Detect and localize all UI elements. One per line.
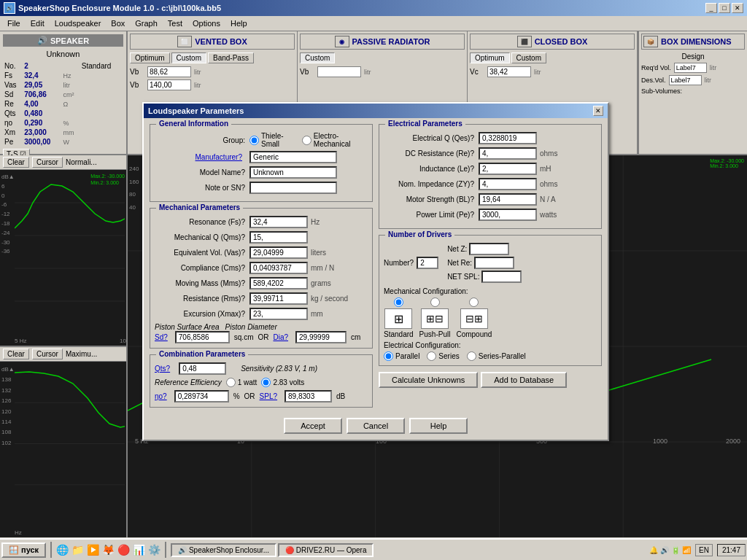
no-input[interactable] (174, 390, 229, 402)
standard-label: Standard (384, 330, 414, 338)
number-label: Number? (384, 259, 414, 267)
net-z-input[interactable] (469, 243, 509, 255)
mech-config-label: Mechanical Configuration: (384, 287, 597, 295)
model-row: Model Name? (155, 166, 368, 179)
cms-input[interactable] (249, 262, 308, 274)
dia-input[interactable] (295, 331, 347, 343)
standard-config[interactable]: ⊞ Standard (384, 298, 414, 338)
net-spl-input[interactable] (481, 271, 522, 283)
xmax-row: Excursion (Xmax)? mm (155, 308, 368, 320)
compound-config[interactable]: ⊟⊞ Compound (456, 298, 492, 338)
compound-radio[interactable] (469, 298, 479, 307)
series-label[interactable]: Series (427, 351, 459, 361)
fs-unit: Hz (311, 218, 320, 226)
no-link[interactable]: ηo? (155, 392, 167, 400)
qes-row: Electrical Q (Qes)? (384, 132, 597, 144)
combination-title: Combination Parameters (156, 350, 248, 358)
net-spl-row: NET SPL: (447, 271, 522, 283)
series-parallel-label[interactable]: Series-Parallel (467, 351, 526, 361)
dialog-title-text: Loudspeaker Parameters (148, 106, 244, 115)
thiele-label: Thiele-Small (261, 132, 296, 148)
pushpull-icon: ⊞⊟ (421, 308, 449, 329)
le-input[interactable] (479, 163, 537, 175)
electro-label: Electro-Mechanical (314, 132, 368, 148)
help-button[interactable]: Help (409, 418, 468, 434)
le-row: Inductance (Le)? mH (384, 163, 597, 175)
bl-row: Motor Strength (BL)? N / A (384, 193, 597, 206)
1w-radio[interactable] (226, 378, 236, 387)
pushpull-radio[interactable] (430, 298, 440, 307)
elec-config-label: Electrical Configuration: (384, 341, 597, 349)
vas-input[interactable] (249, 246, 308, 259)
model-input[interactable] (249, 166, 337, 179)
series-text: Series (438, 352, 459, 360)
parallel-label[interactable]: Parallel (384, 351, 419, 361)
electro-radio-label[interactable]: Electro-Mechanical (302, 132, 368, 148)
cancel-button[interactable]: Cancel (347, 418, 405, 434)
calculate-button[interactable]: Calculate Unknowns (379, 372, 478, 388)
fs-input[interactable] (249, 216, 308, 228)
note-row: Note or SN? (155, 182, 368, 194)
dialog-left-column: General Information Group: Thiele-Small (150, 124, 373, 413)
sd-input[interactable] (175, 331, 230, 343)
number-input[interactable] (417, 257, 438, 269)
thiele-radio[interactable] (249, 136, 259, 145)
parallel-radio[interactable] (384, 351, 393, 361)
electrical-title: Electrical Parameters (385, 120, 465, 128)
spl-input[interactable] (285, 390, 332, 402)
zy-input[interactable] (479, 178, 537, 190)
283v-radio[interactable] (261, 378, 271, 387)
standard-icon: ⊞ (384, 308, 412, 329)
accept-button[interactable]: Accept (284, 418, 342, 434)
vas-unit: liters (311, 249, 326, 257)
1w-radio-label[interactable]: 1 watt (226, 378, 258, 387)
qts-input[interactable] (179, 362, 226, 375)
mms-label: Moving Mass (Mms)? (155, 279, 249, 287)
dialog-close-button[interactable]: ✕ (593, 106, 603, 116)
spl-link[interactable]: SPL? (260, 392, 277, 400)
qms-input[interactable] (249, 231, 308, 244)
note-input[interactable] (249, 182, 337, 194)
piston-inputs-row: Sd? sq.cm OR Dia? cm (155, 331, 368, 343)
manufacturer-link[interactable]: Manufacturer? (196, 153, 242, 161)
manufacturer-input[interactable] (249, 151, 337, 163)
standard-radio[interactable] (394, 298, 403, 307)
mechanical-section: Mechanical Parameters Resonance (Fs)? Hz… (150, 208, 373, 349)
net-z-label: Net Z: (447, 245, 467, 253)
add-to-db-button[interactable]: Add to Database (481, 372, 567, 388)
electro-radio[interactable] (302, 136, 311, 145)
series-radio[interactable] (427, 351, 436, 361)
sd-link[interactable]: Sd? (155, 333, 168, 341)
qts-link[interactable]: Qts? (155, 365, 170, 373)
combination-content: Qts? Sensitivity (2.83 V, 1 m) Reference… (150, 355, 372, 407)
drivers-section: Number of Drivers Number? Net Z: (379, 235, 602, 366)
model-label: Model Name? (155, 168, 249, 176)
xmax-label: Excursion (Xmax)? (155, 310, 249, 318)
net-re-row: Net Re: (447, 257, 522, 269)
cms-label: Compliance (Cms)? (155, 264, 249, 272)
group-label: Group: (155, 136, 249, 144)
net-values: Net Z: Net Re: NET SPL: (447, 243, 522, 283)
mech-config-section: Mechanical Configuration: ⊞ Standard (384, 287, 597, 338)
rms-input[interactable] (249, 292, 308, 305)
dialog-body: General Information Group: Thiele-Small (144, 118, 608, 440)
re-input[interactable] (479, 147, 537, 160)
xmax-input[interactable] (249, 308, 308, 320)
dia-link[interactable]: Dia? (273, 333, 288, 341)
283v-radio-label[interactable]: 2.83 volts (261, 378, 304, 387)
action-buttons-row: Calculate Unknowns Add to Database (379, 372, 602, 388)
series-parallel-radio[interactable] (467, 351, 476, 361)
pe-unit: watts (540, 211, 557, 219)
net-re-input[interactable] (474, 257, 514, 269)
le-label: Inductance (Le)? (384, 165, 479, 173)
thiele-radio-label[interactable]: Thiele-Small (249, 132, 296, 148)
pe-label: Power Limit (Pe)? (384, 211, 479, 219)
mechanical-content: Resonance (Fs)? Hz Mechanical Q (Qms)? E… (150, 209, 372, 348)
pushpull-config[interactable]: ⊞⊟ Push-Pull (419, 298, 451, 338)
pe-input[interactable] (479, 209, 537, 221)
qes-label: Electrical Q (Qes)? (384, 134, 479, 142)
bl-input[interactable] (479, 193, 537, 206)
qes-input[interactable] (479, 132, 537, 144)
elec-config-options: Parallel Series Series-Parallel (384, 351, 597, 361)
mms-input[interactable] (249, 277, 308, 289)
